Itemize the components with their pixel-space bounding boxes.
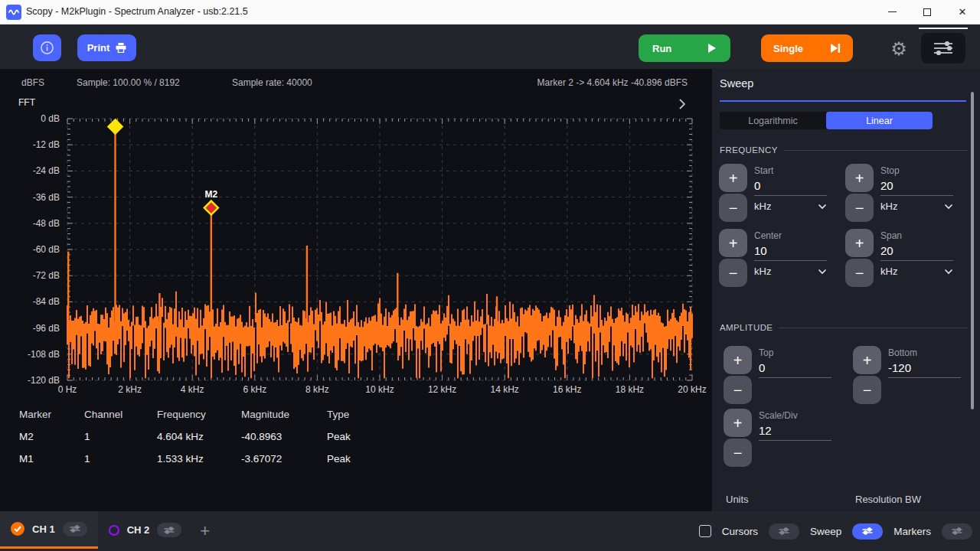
chevron-down-icon [818, 266, 827, 277]
close-button[interactable]: ✕ [945, 0, 980, 24]
channel-1-enabled-checkbox[interactable] [11, 522, 24, 536]
y-tick-label: -96 dB [0, 323, 60, 334]
print-button[interactable]: Print [77, 34, 136, 61]
span-value[interactable]: 20 [880, 244, 953, 261]
center-value[interactable]: 10 [754, 244, 827, 261]
top-increment-button[interactable]: + [724, 346, 752, 374]
channel-2-settings-button[interactable] [157, 523, 181, 537]
cursors-checkbox[interactable] [699, 525, 711, 537]
channel-2-enabled-checkbox[interactable] [109, 525, 119, 536]
top-value[interactable]: 0 [759, 361, 831, 378]
spinbox-bottom: + − Bottom -120 [853, 346, 972, 404]
spectrum-canvas[interactable]: M2 [67, 119, 692, 380]
center-label: Center [754, 230, 827, 241]
y-tick-label: -84 dB [0, 296, 60, 307]
stop-value[interactable]: 20 [880, 179, 953, 196]
channel-1-settings-button[interactable] [63, 522, 87, 536]
panel-scrollbar[interactable] [971, 92, 974, 409]
frequency-section-header: FREQUENCY [720, 145, 968, 155]
scale-toggle: LogarithmicLinear [720, 112, 933, 129]
spinbox-span: + − Span 20 kHz [845, 229, 972, 287]
scale-option-logarithmic[interactable]: Logarithmic [720, 112, 826, 129]
amplitude-controls: + − Top 0 + − Bottom -120 + − Scale/Div … [724, 346, 972, 467]
printer-icon [116, 43, 126, 53]
chevron-down-icon [944, 266, 953, 277]
span-label: Span [880, 230, 953, 241]
stop-decrement-button[interactable]: − [845, 194, 874, 222]
channel-tabs: CH 1 CH 2 + [0, 511, 210, 551]
center-increment-button[interactable]: + [719, 229, 747, 257]
bottom-increment-button[interactable]: + [853, 346, 881, 374]
spinbox-start: + − Start 0 kHz [719, 164, 845, 222]
marker-table-cell: 4.604 kHz [157, 431, 241, 442]
y-tick-label: -12 dB [0, 139, 60, 150]
center-unit-dropdown[interactable]: kHz [754, 266, 827, 277]
marker-M1 [109, 119, 122, 133]
panel-toggle-button[interactable] [921, 33, 965, 64]
x-tick-label: 20 kHz [678, 384, 706, 395]
spinbox-center: + − Center 10 kHz [719, 229, 845, 287]
single-button[interactable]: Single [761, 34, 853, 62]
bottom-label: Bottom [888, 347, 961, 358]
stop-unit-dropdown[interactable]: kHz [880, 201, 953, 212]
units-row: Units Resolution BW [726, 494, 971, 505]
y-tick-label: 0 dB [0, 113, 60, 124]
span-increment-button[interactable]: + [845, 229, 874, 257]
y-tick-label: -108 dB [0, 349, 60, 360]
start-unit-dropdown[interactable]: kHz [754, 201, 827, 212]
center-unit: kHz [754, 266, 771, 277]
add-channel-button[interactable]: + [200, 521, 210, 541]
minimize-button[interactable] [874, 0, 910, 24]
markers-menu-button[interactable] [942, 523, 972, 540]
x-tick-label: 18 kHz [616, 384, 644, 395]
spinbox-scale-div: + − Scale/Div 12 [724, 409, 853, 467]
x-axis-labels: 0 Hz2 kHz4 kHz6 kHz8 kHz10 kHz12 kHz14 k… [0, 384, 712, 396]
toolbar: Print Run Single ⚙ [0, 24, 980, 69]
x-tick-label: 8 kHz [305, 384, 329, 395]
sample-progress-label: Sample: 100.00 % / 8192 [77, 77, 180, 88]
bottom-value[interactable]: -120 [888, 361, 961, 378]
marker-label-M2: M2 [205, 189, 218, 200]
span-decrement-button[interactable]: − [845, 259, 874, 287]
start-value[interactable]: 0 [754, 179, 827, 196]
menu-toggles: Cursors Sweep Markers [699, 511, 972, 551]
y-axis-labels: 0 dB-12 dB-24 dB-36 dB-48 dB-60 dB-72 dB… [0, 69, 61, 390]
cursors-menu-button[interactable] [769, 523, 799, 540]
frequency-controls: + − Start 0 kHz + − Stop 20 kHz + − Cent… [719, 164, 972, 287]
marker-table-cell: Peak [327, 431, 381, 442]
scale-option-linear[interactable]: Linear [826, 112, 933, 129]
span-unit: kHz [880, 266, 897, 277]
span-unit-dropdown[interactable]: kHz [880, 266, 953, 277]
center-decrement-button[interactable]: − [719, 259, 747, 287]
markers-label: Markers [893, 526, 931, 537]
top-decrement-button[interactable]: − [724, 376, 752, 404]
maximize-button[interactable] [910, 0, 945, 24]
run-button[interactable]: Run [639, 34, 730, 62]
channel-tab-1[interactable]: CH 1 [0, 511, 98, 549]
info-button[interactable] [33, 34, 61, 61]
marker-table-cell: 1 [84, 431, 157, 442]
sweep-settings-panel: Sweep LogarithmicLinear FREQUENCY + − St… [712, 69, 980, 511]
x-tick-label: 10 kHz [365, 384, 394, 395]
y-tick-label: -48 dB [0, 218, 60, 229]
gear-icon[interactable]: ⚙ [888, 38, 910, 60]
marker-table-cell: -3.67072 [241, 453, 327, 465]
start-decrement-button[interactable]: − [719, 194, 747, 222]
start-increment-button[interactable]: + [719, 164, 747, 192]
y-tick-label: -72 dB [0, 270, 60, 281]
stop-increment-button[interactable]: + [845, 164, 874, 192]
sweep-menu-button[interactable] [852, 523, 883, 540]
channel-tab-2[interactable]: CH 2 [98, 511, 193, 549]
marker-table: MarkerChannelFrequencyMagnitudeTypeM214.… [19, 409, 417, 465]
chevron-right-icon[interactable] [678, 98, 686, 113]
spinbox-stop: + − Stop 20 kHz [845, 164, 972, 222]
sweep-label: Sweep [810, 526, 841, 537]
marker-table-cell: Peak [327, 453, 381, 465]
x-tick-label: 14 kHz [491, 384, 519, 395]
scale-div-value[interactable]: 12 [759, 424, 831, 441]
x-tick-label: 0 Hz [58, 384, 77, 395]
resolution-bw-label: Resolution BW [855, 494, 921, 505]
scale-div-decrement-button[interactable]: − [724, 439, 752, 467]
scale-div-increment-button[interactable]: + [724, 409, 752, 437]
bottom-decrement-button[interactable]: − [853, 376, 881, 404]
